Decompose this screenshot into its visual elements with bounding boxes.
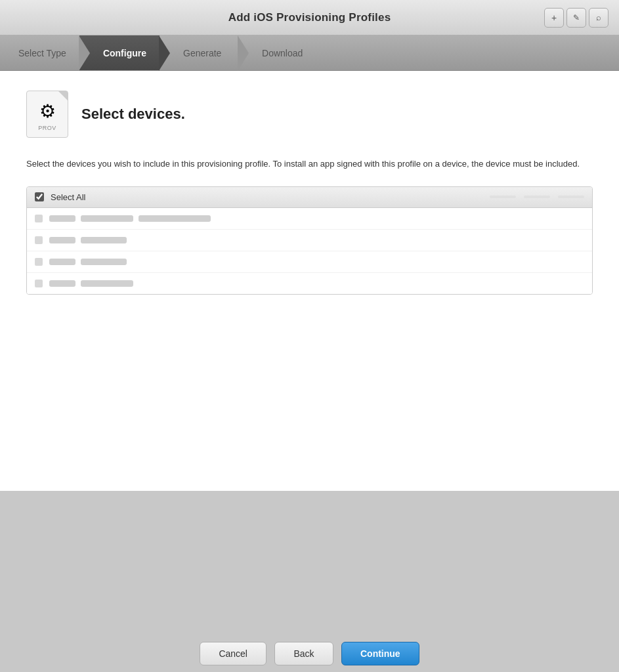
device-data-block: [139, 215, 211, 222]
search-icon: ⌕: [596, 12, 601, 22]
select-all-label: Select All: [51, 192, 483, 202]
bottom-area: [0, 491, 619, 622]
continue-button[interactable]: Continue: [341, 642, 419, 665]
device-data-block: [49, 237, 75, 243]
col-header-1: [490, 196, 516, 198]
device-data-block: [49, 280, 75, 287]
section-title: Select devices.: [81, 106, 185, 123]
device-checkbox-4[interactable]: [35, 280, 43, 287]
page-title: Add iOS Provisioning Profiles: [228, 11, 391, 24]
device-checkbox-1[interactable]: [35, 215, 43, 222]
breadcrumb-download-label: Download: [262, 48, 303, 58]
device-data-block: [81, 280, 133, 287]
table-row[interactable]: [27, 273, 592, 294]
col-header-2: [524, 196, 550, 198]
breadcrumb-nav: Select Type Configure Generate Download: [0, 35, 619, 71]
breadcrumb-configure-label: Configure: [103, 48, 146, 58]
table-row[interactable]: [27, 251, 592, 273]
device-info-4: [49, 280, 133, 287]
prov-file-icon: ⚙ PROV: [26, 91, 68, 138]
table-row[interactable]: [27, 208, 592, 230]
device-list-body: [27, 208, 592, 294]
breadcrumb-configure[interactable]: Configure: [79, 35, 160, 70]
table-row[interactable]: [27, 230, 592, 251]
column-headers: [490, 196, 584, 198]
device-info-2: [49, 237, 127, 243]
edit-button[interactable]: ✎: [566, 8, 586, 28]
device-checkbox-3[interactable]: [35, 258, 43, 266]
breadcrumb-select-type[interactable]: Select Type: [0, 35, 79, 70]
title-bar-actions: + ✎ ⌕: [544, 8, 608, 28]
device-checkbox-2[interactable]: [35, 236, 43, 244]
device-data-block: [49, 259, 75, 265]
search-button[interactable]: ⌕: [589, 8, 608, 28]
prov-label: PROV: [38, 125, 56, 131]
page-header: ⚙ PROV Select devices.: [26, 91, 593, 138]
breadcrumb-download[interactable]: Download: [238, 35, 317, 70]
back-button[interactable]: Back: [274, 642, 333, 665]
breadcrumb-generate-label: Generate: [183, 48, 221, 58]
device-list-header: Select All: [27, 187, 592, 208]
select-all-checkbox[interactable]: [35, 192, 44, 201]
breadcrumb-select-type-label: Select Type: [18, 48, 66, 58]
button-row: Cancel Back Continue: [0, 622, 619, 672]
add-icon: +: [551, 12, 557, 23]
edit-icon: ✎: [573, 13, 580, 22]
device-data-block: [49, 215, 75, 222]
cancel-button[interactable]: Cancel: [200, 642, 267, 665]
device-data-block: [81, 237, 127, 243]
device-data-block: [81, 259, 127, 265]
device-info-1: [49, 215, 211, 222]
gear-icon: ⚙: [39, 100, 56, 122]
col-header-3: [558, 196, 584, 198]
breadcrumb-generate[interactable]: Generate: [160, 35, 238, 70]
main-content: ⚙ PROV Select devices. Select the device…: [0, 71, 619, 491]
device-list-container: Select All: [26, 186, 593, 295]
device-data-block: [81, 215, 133, 222]
device-info-3: [49, 259, 127, 265]
description: Select the devices you wish to include i…: [26, 158, 593, 171]
add-button[interactable]: +: [544, 8, 564, 28]
title-bar: Add iOS Provisioning Profiles + ✎ ⌕: [0, 0, 619, 35]
